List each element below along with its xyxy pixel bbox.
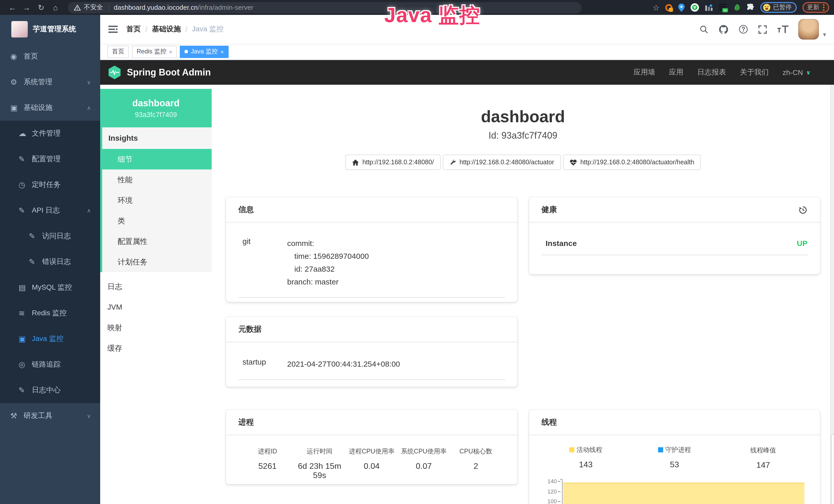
sba-app-header[interactable]: dashboard 93a3fc7f7409 <box>100 89 212 127</box>
sidebar-item-api-log[interactable]: ✎ API 日志 ∧ <box>0 198 100 223</box>
fullscreen-icon[interactable] <box>758 24 767 34</box>
extension-grid-icon[interactable] <box>705 3 713 12</box>
gear-icon: ⚙ <box>10 77 24 87</box>
tag-redis-monitor[interactable]: Redis 监控 × <box>132 45 177 58</box>
home-icon <box>352 159 359 166</box>
tools-icon: ⚒ <box>10 411 24 420</box>
stat-label: 活动线程 <box>577 445 602 454</box>
history-icon[interactable] <box>798 205 808 214</box>
tag-label: Java 监控 <box>191 47 218 56</box>
close-icon[interactable]: × <box>220 48 224 55</box>
sidebar-item-label: 首页 <box>24 52 38 61</box>
breadcrumb-home[interactable]: 首页 <box>126 25 141 34</box>
avatar[interactable] <box>798 19 819 40</box>
sba-menu-logs[interactable]: 日志 <box>100 276 212 297</box>
sidebar-item-trace[interactable]: ◎ 链路追踪 <box>0 352 100 377</box>
tag-home[interactable]: 首页 <box>107 45 129 58</box>
health-url: http://192.168.0.2:48080/actuator/health <box>580 159 694 166</box>
sidebar-item-scheduled-jobs[interactable]: ◷ 定时任务 <box>0 172 100 198</box>
info-git-value: commit: time: 1596289704000 id: 27aa832 … <box>287 237 505 288</box>
sba-menu-details[interactable]: 细节 <box>102 149 212 169</box>
sba-nav-applications[interactable]: 应用 <box>669 68 683 77</box>
profile-paused-pill[interactable]: 已暂停 <box>760 2 797 13</box>
sidebar-item-access-log[interactable]: ✎ 访问日志 <box>0 223 100 249</box>
breadcrumb-infra[interactable]: 基础设施 <box>152 25 181 34</box>
sba-menu-caches[interactable]: 缓存 <box>100 338 212 359</box>
sidebar-item-label: 错误日志 <box>42 257 71 267</box>
axis-top-tick <box>560 479 563 480</box>
extension-leaf-icon[interactable] <box>733 4 741 11</box>
stat-value: 143 <box>542 460 630 469</box>
sba-menu-mappings[interactable]: 映射 <box>100 317 212 338</box>
brand[interactable]: 芋道管理系统 <box>0 15 100 44</box>
sba-menu-config-props[interactable]: 配置属性 <box>102 231 212 252</box>
main-sidebar: 芋道管理系统 ◉ 首页 ⚙ 系统管理 ∨ ▣ 基础设施 ∧ ☁ 文件管理 <box>0 15 100 504</box>
card-title-text: 元数据 <box>238 324 262 334</box>
browser-home-icon[interactable]: ⌂ <box>48 0 63 15</box>
sba-nav-wallboard[interactable]: 应用墙 <box>634 68 655 77</box>
hamburger-icon[interactable] <box>108 24 118 35</box>
extension-on-icon[interactable]: on <box>719 3 728 12</box>
sidebar-item-infra[interactable]: ▣ 基础设施 ∧ <box>0 95 100 121</box>
close-icon[interactable]: × <box>169 48 172 55</box>
user-menu[interactable]: ▼ <box>798 19 827 40</box>
sba-locale-select[interactable]: zh-CN ∨ <box>783 68 811 76</box>
sidebar-item-label: API 日志 <box>32 206 60 215</box>
sidebar-item-home[interactable]: ◉ 首页 <box>0 44 100 69</box>
search-icon[interactable] <box>699 24 709 34</box>
sba-navbar: Spring Boot Admin 应用墙 应用 日志报表 关于我们 zh-CN… <box>100 60 834 85</box>
sba-main: dashboard Id: 93a3fc7f7409 http://192.16… <box>212 85 834 504</box>
y-tickmark <box>558 501 561 502</box>
extension-puzzle-icon[interactable] <box>746 3 755 12</box>
startup-label: startup <box>238 358 287 370</box>
stat-process-cpu: 进程CPU使用率 0.04 <box>346 446 398 480</box>
sidebar-item-dev-tools[interactable]: ⚒ 研发工具 ∨ <box>0 403 100 429</box>
address-bar[interactable]: 不安全 dashboard.yudao.iocoder.cn/infra/adm… <box>68 2 581 13</box>
extension-pin-icon[interactable] <box>678 3 685 12</box>
content-scrollbar[interactable] <box>830 85 834 504</box>
sba-nav-journal[interactable]: 日志报表 <box>697 68 726 77</box>
threads-card: 线程 活动线程 143 <box>529 410 820 504</box>
security-chip[interactable]: 不安全 <box>74 3 103 12</box>
sidebar-item-error-log[interactable]: ✎ 错误日志 <box>0 249 100 275</box>
bookmark-star-icon[interactable]: ☆ <box>653 3 660 12</box>
paused-label: 已暂停 <box>773 3 792 12</box>
divider <box>238 380 505 380</box>
sidebar-item-redis-monitor[interactable]: ≋ Redis 监控 <box>0 300 100 326</box>
sba-menu-classes[interactable]: 类 <box>102 210 212 231</box>
scrollbar-thumb[interactable] <box>831 434 834 504</box>
sba-brand[interactable]: Spring Boot Admin <box>107 65 211 79</box>
github-icon[interactable] <box>718 24 729 35</box>
sidebar-item-mysql-monitor[interactable]: ▤ MySQL 监控 <box>0 275 100 300</box>
actuator-url-button[interactable]: http://192.168.0.2:48080/actuator <box>443 155 561 170</box>
extension-y-icon[interactable] <box>690 3 699 12</box>
divider <box>542 255 808 255</box>
sba-menu-metrics[interactable]: 性能 <box>102 169 212 190</box>
sidebar-item-file-manage[interactable]: ☁ 文件管理 <box>0 121 100 146</box>
sidebar-item-log-center[interactable]: ✎ 日志中心 <box>0 377 100 403</box>
sidebar-item-system[interactable]: ⚙ 系统管理 ∨ <box>0 69 100 95</box>
process-card-title: 进程 <box>226 410 517 435</box>
sidebar-item-label: 定时任务 <box>32 180 61 189</box>
browser-menu-icon[interactable] <box>823 4 825 11</box>
help-icon[interactable] <box>738 24 748 35</box>
sba-menu-environment[interactable]: 环境 <box>102 190 212 210</box>
sidebar-item-config-manage[interactable]: ✎ 配置管理 <box>0 146 100 172</box>
tag-java-monitor[interactable]: Java 监控 × <box>180 45 228 58</box>
update-label: 更新 <box>807 3 819 12</box>
health-url-button[interactable]: http://192.168.0.2:48080/actuator/health <box>563 155 701 170</box>
extension-badge <box>669 7 673 12</box>
browser-back-icon[interactable]: ← <box>5 0 20 15</box>
service-url-button[interactable]: http://192.168.0.2:48080/ <box>345 155 440 170</box>
browser-forward-icon[interactable]: → <box>20 0 34 15</box>
sba-menu-jvm[interactable]: JVM <box>100 297 212 317</box>
sba-nav-about[interactable]: 关于我们 <box>740 68 769 77</box>
sba-menu-scheduled-tasks[interactable]: 计划任务 <box>102 252 212 272</box>
browser-update-button[interactable]: 更新 <box>803 2 829 13</box>
y-tick-100: 100 <box>542 498 557 504</box>
extension-orange-icon[interactable] <box>665 4 673 11</box>
font-size-icon[interactable] <box>777 25 789 34</box>
legend-yellow-square <box>569 447 575 452</box>
browser-reload-icon[interactable]: ↻ <box>34 0 48 15</box>
sidebar-item-java-monitor[interactable]: ▣ Java 监控 <box>0 326 100 352</box>
